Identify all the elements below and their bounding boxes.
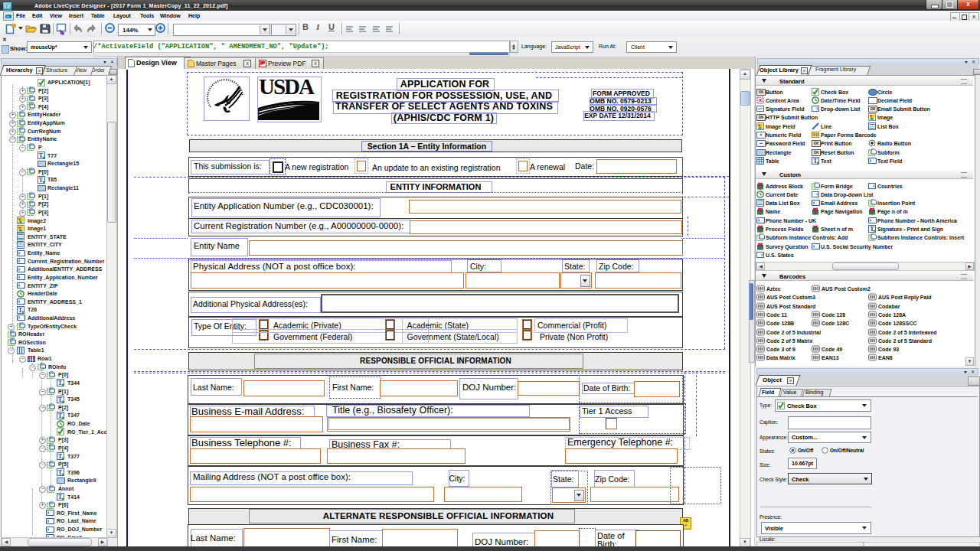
svg-text:T: T [58, 494, 63, 500]
svg-text:T: T [18, 307, 23, 314]
svg-text:T: T [58, 453, 63, 460]
svg-text:T: T [39, 152, 44, 159]
svg-text:T: T [58, 469, 63, 476]
svg-text:T: T [58, 396, 63, 403]
svg-text:T: T [58, 380, 63, 386]
svg-text:T: T [58, 412, 63, 419]
svg-text:T: T [39, 177, 44, 184]
